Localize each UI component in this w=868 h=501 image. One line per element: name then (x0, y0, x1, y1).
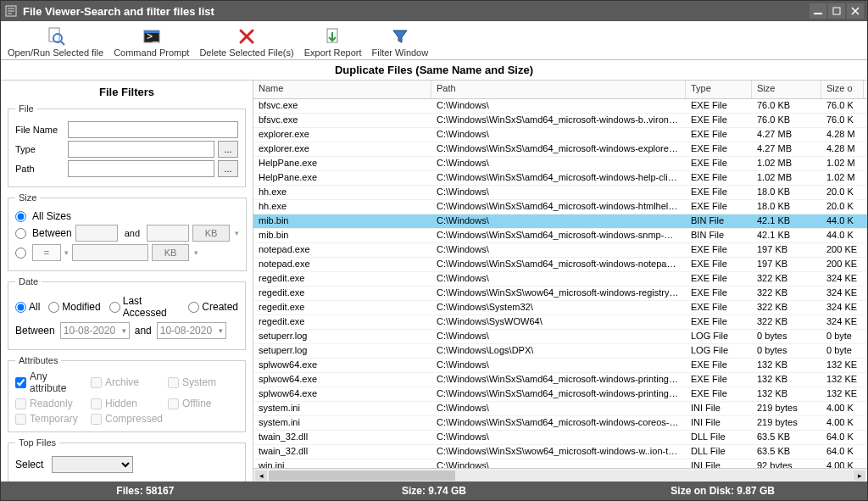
table-row[interactable]: bfsvc.exeC:\Windows\EXE File76.0 KB76.0 … (253, 99, 867, 114)
table-row[interactable]: hh.exeC:\Windows\EXE File18.0 KB20.0 K (253, 186, 867, 200)
attr-hidden-check[interactable] (91, 398, 102, 409)
cell-name: mib.bin (253, 229, 431, 242)
attr-any-check[interactable] (15, 377, 26, 388)
size-unit-select-1[interactable]: KB (192, 225, 230, 242)
close-button[interactable] (847, 3, 864, 19)
size-op-radio[interactable] (15, 248, 26, 259)
minimize-button[interactable] (810, 3, 826, 19)
cell-name: HelpPane.exe (253, 171, 431, 185)
size-unit-select-2[interactable]: KB (152, 244, 189, 261)
window-title: File Viewer-Search and filter files list (23, 5, 810, 18)
table-row[interactable]: notepad.exeC:\Windows\WinSxS\amd64_micro… (253, 258, 867, 272)
cell-path: C:\Windows\WinSxS\amd64_microsoft-window… (431, 258, 686, 271)
table-row[interactable]: system.iniC:\Windows\INI File219 bytes4.… (253, 402, 867, 416)
path-input[interactable] (68, 160, 214, 177)
attr-temp-check[interactable] (15, 414, 26, 425)
svg-rect-1 (814, 13, 822, 14)
table-row[interactable]: splwow64.exeC:\Windows\WinSxS\amd64_micr… (253, 373, 867, 387)
cell-sized: 64.0 K (821, 445, 864, 459)
table-row[interactable]: explorer.exeC:\Windows\WinSxS\amd64_micr… (253, 142, 867, 157)
cell-type: EXE File (686, 373, 752, 387)
table-row[interactable]: explorer.exeC:\Windows\EXE File4.27 MB4.… (253, 128, 867, 142)
magnifier-page-icon (47, 27, 65, 46)
scroll-thumb[interactable] (269, 470, 455, 481)
table-row[interactable]: system.iniC:\Windows\WinSxS\amd64_micros… (253, 416, 867, 431)
table-row[interactable]: setuperr.logC:\Windows\LOG File0 bytes0 … (253, 330, 867, 344)
topfiles-select[interactable] (52, 456, 133, 473)
date-modified-radio[interactable] (48, 302, 59, 313)
table-row[interactable]: regedit.exeC:\Windows\System32\EXE File3… (253, 301, 867, 315)
terminal-icon: >_ (142, 27, 161, 46)
cell-size: 322 KB (752, 301, 821, 315)
table-row[interactable]: hh.exeC:\Windows\WinSxS\amd64_microsoft-… (253, 200, 867, 214)
attr-readonly-check[interactable] (15, 398, 26, 409)
table-row[interactable]: notepad.exeC:\Windows\EXE File197 KB200 … (253, 243, 867, 258)
cell-path: C:\Windows\WinSxS\amd64_microsoft-window… (431, 200, 686, 214)
command-prompt-button[interactable]: >_ Command Prompt (112, 22, 191, 58)
scroll-left-arrow[interactable]: ◂ (255, 470, 267, 481)
filter-window-button[interactable]: Filter Window (370, 22, 431, 58)
table-row[interactable]: regedit.exeC:\Windows\SysWOW64\EXE File3… (253, 315, 867, 330)
cell-sized: 132 KE (821, 373, 864, 387)
cell-type: EXE File (686, 258, 752, 271)
size-op-value-input[interactable] (72, 244, 148, 261)
cell-sized: 76.0 K (821, 114, 864, 127)
col-size[interactable]: Size (752, 81, 821, 98)
path-browse-button[interactable]: ... (218, 160, 238, 177)
date-created-radio[interactable] (188, 302, 199, 313)
size-between-radio[interactable] (15, 228, 26, 239)
horizontal-scrollbar[interactable]: ◂ ▸ (253, 468, 867, 482)
filename-input[interactable] (68, 121, 238, 138)
table-row[interactable]: win.iniC:\Windows\INI File92 bytes4.00 K (253, 459, 867, 468)
cell-type: EXE File (686, 171, 752, 185)
attr-offline-check[interactable] (168, 398, 179, 409)
attr-comp-check[interactable] (91, 414, 102, 425)
table-row[interactable]: setuperr.logC:\Windows\Logs\DPX\LOG File… (253, 344, 867, 359)
maximize-button[interactable] (828, 3, 845, 19)
cell-name: hh.exe (253, 200, 431, 214)
table-row[interactable]: bfsvc.exeC:\Windows\WinSxS\amd64_microso… (253, 114, 867, 128)
size-to-input[interactable] (147, 225, 189, 242)
delete-selected-button[interactable]: Delete Selected File(s) (198, 22, 295, 58)
cell-sized: 0 byte (821, 344, 864, 358)
table-row[interactable]: HelpPane.exeC:\Windows\EXE File1.02 MB1.… (253, 157, 867, 171)
export-report-button[interactable]: Export Report (303, 22, 364, 58)
cell-path: C:\Windows\WinSxS\amd64_microsoft-window… (431, 142, 686, 156)
col-name[interactable]: Name (253, 81, 431, 98)
table-row[interactable]: splwow64.exeC:\Windows\EXE File132 KB132… (253, 359, 867, 373)
table-row[interactable]: twain_32.dllC:\Windows\DLL File63.5 KB64… (253, 431, 867, 445)
cell-size: 0 bytes (752, 344, 821, 358)
table-row[interactable]: splwow64.exeC:\Windows\WinSxS\amd64_micr… (253, 387, 867, 402)
cell-name: twain_32.dll (253, 431, 431, 444)
cell-size: 322 KB (752, 287, 821, 300)
table-row[interactable]: regedit.exeC:\Windows\WinSxS\wow64_micro… (253, 287, 867, 301)
date-all-radio[interactable] (15, 302, 26, 313)
cell-size: 18.0 KB (752, 200, 821, 214)
size-op-select[interactable]: = (32, 244, 61, 261)
attr-archive-check[interactable] (91, 377, 102, 388)
date-to-input[interactable]: 10-08-2020 (157, 322, 226, 339)
col-path[interactable]: Path (431, 81, 686, 98)
date-from-input[interactable]: 10-08-2020 (60, 322, 130, 339)
size-from-input[interactable] (75, 225, 118, 242)
cell-sized: 1.02 M (821, 171, 864, 185)
type-browse-button[interactable]: ... (218, 141, 238, 158)
scroll-right-arrow[interactable]: ▸ (854, 470, 865, 481)
table-row[interactable]: mib.binC:\Windows\BIN File42.1 KB44.0 K (253, 214, 867, 229)
size-all-radio[interactable] (15, 211, 26, 222)
table-row[interactable]: regedit.exeC:\Windows\EXE File322 KB324 … (253, 272, 867, 287)
cell-sized: 4.00 K (821, 402, 864, 415)
table-row[interactable]: HelpPane.exeC:\Windows\WinSxS\amd64_micr… (253, 171, 867, 186)
type-input[interactable] (68, 141, 214, 158)
cell-type: EXE File (686, 243, 752, 257)
col-type[interactable]: Type (686, 81, 752, 98)
cell-size: 42.1 KB (752, 229, 821, 242)
cell-path: C:\Windows\ (431, 186, 686, 199)
col-sized[interactable]: Size o (821, 81, 864, 98)
cell-size: 76.0 KB (752, 99, 821, 113)
table-row[interactable]: twain_32.dllC:\Windows\WinSxS\wow64_micr… (253, 445, 867, 459)
date-lastacc-radio[interactable] (109, 302, 120, 313)
table-row[interactable]: mib.binC:\Windows\WinSxS\amd64_microsoft… (253, 229, 867, 243)
open-run-button[interactable]: Open/Run Selected file (6, 22, 105, 58)
attr-system-check[interactable] (168, 377, 179, 388)
